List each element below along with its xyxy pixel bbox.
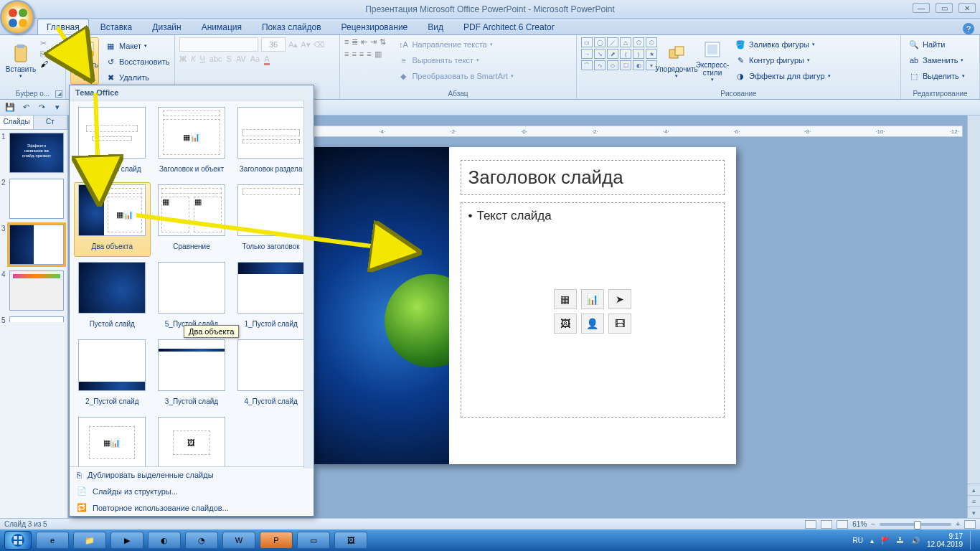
grow-font-icon[interactable]: A▴ [288, 40, 298, 50]
font-size-combo[interactable]: 36 [261, 37, 286, 52]
slide-thumbnail-3[interactable] [9, 225, 64, 265]
convert-smartart-button[interactable]: ◆Преобразовать в SmartArt ▾ [395, 69, 516, 83]
maximize-button[interactable]: ▭ [936, 3, 953, 13]
tray-volume-icon[interactable]: 🔊 [911, 537, 920, 545]
align-center-button[interactable]: ≡ [352, 50, 356, 59]
taskbar-photos[interactable]: 🖼 [334, 532, 367, 549]
insert-table-icon[interactable]: ▦ [554, 289, 577, 309]
panel-tab-outline[interactable]: Ст [34, 116, 67, 129]
line-spacing-button[interactable]: ⇅ [380, 37, 386, 47]
insert-picture-icon[interactable]: 🖼 [554, 314, 577, 334]
vertical-scrollbar[interactable]: ▴ ≡ ▾ [967, 116, 980, 518]
tray-arrow-icon[interactable]: ▴ [870, 537, 874, 545]
slide-thumbnail-5[interactable] [9, 316, 64, 322]
align-left-button[interactable]: ≡ [344, 50, 349, 59]
layout-two-content[interactable]: ▦📊Два объекта [74, 182, 151, 257]
text-direction-button[interactable]: ↕AНаправление текста ▾ [395, 37, 516, 52]
start-button[interactable] [4, 531, 32, 550]
slide-thumbnail-1[interactable]: Эффектнназвание васлайд-презент [9, 133, 64, 173]
font-family-combo[interactable] [179, 37, 258, 52]
redo-icon[interactable]: ↷ [36, 102, 47, 113]
clipboard-launcher[interactable]: ◢ [55, 90, 62, 98]
layout-4-blank[interactable]: 4_Пустой слайд [232, 337, 309, 412]
layout-comparison[interactable]: ▦▦Сравнение [154, 182, 230, 257]
tab-view[interactable]: Вид [419, 19, 452, 34]
tab-design[interactable]: Дизайн [143, 19, 189, 34]
columns-button[interactable]: ▥ [374, 50, 382, 59]
taskbar-word[interactable]: W [222, 532, 255, 549]
align-right-button[interactable]: ≡ [359, 50, 364, 59]
layout-title-slide[interactable]: Титульный слайд [74, 105, 151, 179]
select-button[interactable]: ⬚Выделить ▾ [905, 69, 968, 83]
arrange-button[interactable]: Упорядочить▾ [660, 37, 693, 85]
delete-slide-button[interactable]: ✖Удалить [102, 70, 172, 85]
zoom-out-button[interactable]: − [871, 520, 875, 528]
taskbar-powerpoint[interactable]: P [260, 532, 293, 549]
minimize-button[interactable]: — [913, 3, 930, 13]
duplicate-slides-item[interactable]: ⎘Дублировать выделенные слайды [70, 467, 314, 483]
taskbar-ie[interactable]: e [36, 532, 69, 549]
zoom-in-button[interactable]: + [956, 520, 960, 528]
layout-3-blank[interactable]: 3_Пустой слайд [154, 337, 230, 412]
taskbar-explorer[interactable]: 📁 [73, 532, 106, 549]
font-color-button[interactable]: A [264, 55, 269, 65]
prev-slide-button[interactable]: ▴ [968, 484, 980, 495]
fit-window-button[interactable] [964, 520, 976, 529]
insert-smartart-icon[interactable]: ➤ [608, 289, 631, 309]
underline-button[interactable]: Ч [199, 55, 204, 65]
clear-format-icon[interactable]: ⌫ [314, 40, 325, 50]
reset-button[interactable]: ↺Восстановить [102, 55, 172, 69]
help-icon[interactable]: ? [963, 23, 974, 34]
tab-slideshow[interactable]: Показ слайдов [253, 19, 330, 34]
undo-icon[interactable]: ↶ [20, 102, 32, 113]
layout-5-blank[interactable]: 5_Пустой слайд [154, 260, 230, 334]
taskbar-app2[interactable]: ▭ [297, 532, 330, 549]
slides-from-outline-item[interactable]: 📄Слайды из структуры... [70, 483, 314, 499]
save-icon[interactable]: 💾 [4, 102, 16, 113]
slide-content-placeholder[interactable]: Текст слайда ▦ 📊 ➤ 🖼 👤 🎞 [461, 202, 725, 418]
slide-picture-placeholder[interactable] [313, 147, 449, 464]
replace-button[interactable]: abЗаменить ▾ [905, 53, 966, 67]
shapes-gallery[interactable]: ▭◯／△⬠⬡ →↘⬈{}★ ⌒∿◇☐◐▾ [581, 37, 657, 70]
layout-button[interactable]: ▦Макет ▾ [102, 39, 172, 53]
tab-home[interactable]: Главная [37, 19, 89, 34]
bullets-button[interactable]: ≡ [344, 37, 349, 47]
find-button[interactable]: 🔍Найти [905, 37, 948, 52]
new-slide-button[interactable]: ✦ Создать слайд ▾ [70, 37, 99, 85]
shape-effects-button[interactable]: ◑Эффекты для фигур ▾ [732, 69, 834, 83]
indent-dec-button[interactable]: ⇤ [361, 37, 367, 47]
slide-thumbnail-2[interactable] [9, 179, 64, 219]
office-button[interactable] [0, 0, 34, 34]
next-slide-button[interactable]: ▾ [968, 507, 980, 518]
layout-blank[interactable]: Пустой слайд [74, 260, 151, 334]
taskbar-chrome[interactable]: ◐ [148, 532, 181, 549]
quick-styles-button[interactable]: Экспресс-стили▾ [696, 37, 729, 85]
insert-media-icon[interactable]: 🎞 [608, 314, 631, 334]
panel-tab-slides[interactable]: Слайды [0, 116, 34, 129]
close-button[interactable]: ✕ [958, 3, 976, 13]
layout-title-only[interactable]: Только заголовок [232, 182, 309, 257]
layout-extra-1[interactable]: ▦📊 [74, 415, 151, 466]
format-painter-icon[interactable]: 🖌 [40, 60, 48, 68]
tab-review[interactable]: Рецензирование [333, 19, 417, 34]
insert-chart-icon[interactable]: 📊 [581, 289, 604, 309]
layout-extra-2[interactable]: 🖼 [154, 415, 230, 466]
sorter-view-button[interactable] [821, 520, 832, 529]
show-desktop-button[interactable] [970, 531, 976, 550]
change-case-button[interactable]: Aa [250, 55, 260, 65]
qat-customize-icon[interactable]: ▾ [52, 102, 63, 113]
insert-clipart-icon[interactable]: 👤 [581, 314, 604, 334]
italic-button[interactable]: К [191, 55, 195, 65]
bold-button[interactable]: Ж [179, 55, 187, 65]
reuse-slides-item[interactable]: 🔁Повторное использование слайдов... [70, 499, 314, 516]
slide-thumbnail-4[interactable] [9, 270, 64, 311]
layout-1-blank[interactable]: 1_Пустой слайд [232, 260, 309, 334]
clock[interactable]: 9:1712.04.2019 [927, 532, 963, 548]
char-spacing-button[interactable]: AV [236, 55, 246, 65]
slide-title-placeholder[interactable]: Заголовок слайда [461, 160, 725, 195]
cut-icon[interactable]: ✂ [40, 39, 48, 48]
taskbar-media[interactable]: ▶ [110, 532, 143, 549]
layout-2-blank[interactable]: 2_Пустой слайд [74, 337, 151, 412]
zoom-slider[interactable] [880, 523, 951, 526]
tray-network-icon[interactable]: 🖧 [897, 537, 904, 545]
